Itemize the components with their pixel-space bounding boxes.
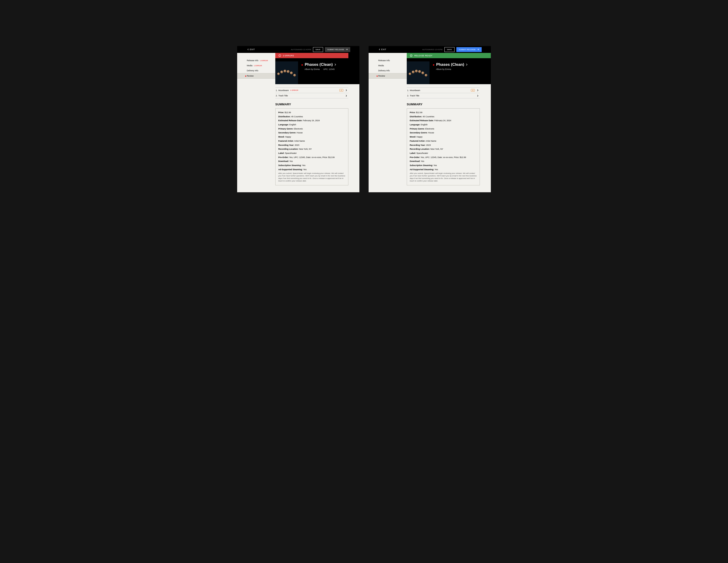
diamond-icon: ◆ [245,75,246,77]
track-badge: 4E [471,89,475,91]
track-list: 1. Moonbeam 1 ERROR 4E 2. Track Title [275,87,348,98]
track-number: 2. [276,94,278,97]
album-cover [407,61,429,84]
release-meta: Album by Emma [433,68,467,70]
summary-box: Price: $12.99 Distribution: 45 Countries… [275,108,348,185]
release-title: Phases (Clean) [305,62,333,67]
track-number: 1. [276,89,278,91]
chevron-left-icon [379,48,380,50]
album-cover [275,61,298,84]
release-title: Phases (Clean) [436,62,464,67]
sidebar-item-label: Release Info [378,59,390,62]
topbar: EXIT AUTOSAVED 12:41PM SAVE SUBMIT RELEA… [369,46,491,53]
sidebar-item-label: Review [378,75,385,77]
track-title: Track Title [410,94,419,97]
sidebar-item-delivery-info[interactable]: Delivery Info [237,68,275,73]
sidebar-item-label: Media [247,64,253,67]
track-badge: 4E [339,89,343,91]
release-byline: Album by Emma [436,68,451,70]
autosave-status: AUTOSAVED 12:41PM [291,48,311,51]
sidebar-item-release-info[interactable]: Release Info [369,58,407,63]
exit-label: EXIT [381,48,386,51]
summary-box: Price: $12.99 Distribution: 45 Countries… [407,108,480,185]
track-title: Moonbeam [410,89,420,91]
main-panel: 2 ERRORS ◆ Phases (Clean) Album by Emma [275,53,359,192]
chevron-right-icon [346,95,347,97]
status-banner-errors: 2 ERRORS [275,53,348,58]
track-number: 1. [407,89,409,91]
sidebar-item-delivery-info[interactable]: Delivery Info [369,68,407,73]
chevron-right-icon [477,95,478,97]
content-area: 1. Moonbeam 4E 2. Track Title SUMMARY [407,84,491,192]
arrow-right-icon [346,48,348,50]
release-header: RELEASE READY ◆ Phases (Clean) Album by [407,53,491,84]
track-row[interactable]: 1. Moonbeam 4E [407,88,480,93]
track-error-badge: 1 ERROR [290,89,299,91]
release-upc: UPC: 12345 [323,68,335,70]
topbar: EXIT AUTOSAVED 12:41PM SAVE SUBMIT RELEA… [237,46,359,53]
sidebar-error-badge: 1 ERROR [260,60,268,62]
sidebar-item-release-info[interactable]: Release Info 1 ERROR [237,58,275,63]
main-panel: RELEASE READY ◆ Phases (Clean) Album by [407,53,491,192]
app-ready-state: EXIT AUTOSAVED 12:41PM SAVE SUBMIT RELEA… [369,46,491,192]
autosave-status: AUTOSAVED 12:41PM [422,48,443,51]
status-text: 2 ERRORS [283,54,294,57]
track-row[interactable]: 1. Moonbeam 1 ERROR 4E [275,88,348,93]
summary-heading: SUMMARY [407,103,480,106]
track-number: 2. [407,94,409,97]
release-meta: Album by Emma UPC: 12345 [301,68,336,70]
sidebar-item-label: Release Info [247,59,259,62]
chevron-left-icon [247,48,249,50]
track-row[interactable]: 2. Track Title [275,93,348,98]
topbar-right: AUTOSAVED 12:41PM SAVE SUBMIT RELEASE [291,47,350,52]
release-header: 2 ERRORS ◆ Phases (Clean) Album by Emma [275,53,359,84]
sidebar-item-review[interactable]: ◆ Review [237,73,275,79]
summary-note: After you submit, SpaceHeater will begin… [410,172,477,182]
status-text: RELEASE READY [414,54,432,57]
chevron-right-icon [334,63,336,66]
submit-release-button[interactable]: SUBMIT RELEASE [456,47,482,52]
diamond-icon: ◆ [433,63,435,66]
sidebar-item-review[interactable]: ◆ Review [369,73,407,79]
sidebar-item-label: Delivery Info [378,69,390,72]
app-error-state: EXIT AUTOSAVED 12:41PM SAVE SUBMIT RELEA… [237,46,359,192]
topbar-right: AUTOSAVED 12:41PM SAVE SUBMIT RELEASE [422,47,482,52]
sidebar: Release Info 1 ERROR Media 1 ERROR Deliv… [237,53,275,192]
status-banner-ready: RELEASE READY [407,53,491,58]
release-title-row[interactable]: ◆ Phases (Clean) [301,62,336,67]
arrow-right-icon [477,48,479,50]
check-circle-icon [410,54,412,57]
sidebar-item-label: Delivery Info [247,69,258,72]
track-row[interactable]: 2. Track Title [407,93,480,98]
content-area: 1. Moonbeam 1 ERROR 4E 2. Track Title [275,84,359,192]
chevron-right-icon [346,89,347,91]
summary-note: After you submit, SpaceHeater will begin… [278,172,345,182]
track-title: Track Title [279,94,288,97]
track-list: 1. Moonbeam 4E 2. Track Title [407,87,480,98]
svg-point-1 [410,54,412,57]
release-byline: Album by Emma [304,68,320,70]
save-button[interactable]: SAVE [313,47,323,52]
exit-button[interactable]: EXIT [247,48,255,51]
save-button[interactable]: SAVE [444,47,455,52]
sidebar-item-label: Media [378,64,384,67]
submit-release-button[interactable]: SUBMIT RELEASE [325,47,350,52]
sidebar-item-label: Review [247,75,254,77]
alert-circle-icon [279,54,281,57]
exit-button[interactable]: EXIT [379,48,386,51]
summary-heading: SUMMARY [275,103,348,106]
sidebar-item-media[interactable]: Media 1 ERROR [237,63,275,68]
release-title-row[interactable]: ◆ Phases (Clean) [433,62,467,67]
track-title: Moonbeam [279,89,289,91]
chevron-right-icon [466,63,467,66]
sidebar: Release Info Media Delivery Info ◆ Revie… [369,53,407,192]
diamond-icon: ◆ [301,63,303,66]
diamond-icon: ◆ [376,75,378,77]
sidebar-item-media[interactable]: Media [369,63,407,68]
chevron-right-icon [477,89,478,91]
sidebar-error-badge: 1 ERROR [254,65,262,67]
exit-label: EXIT [250,48,255,51]
